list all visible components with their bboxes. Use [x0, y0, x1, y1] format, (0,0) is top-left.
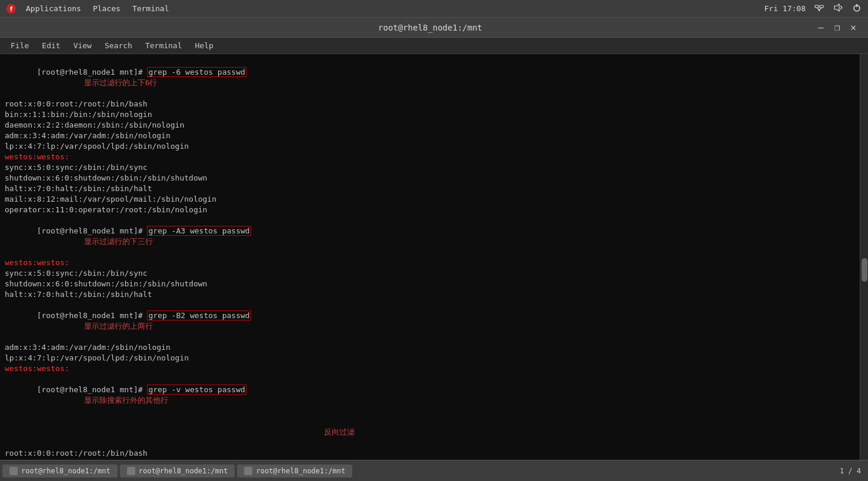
svg-line-9 [840, 8, 842, 9]
line-4: daemon:x:2:2:daemon:/sbin:/sbin/nologin [0, 120, 860, 131]
svg-line-8 [840, 6, 842, 8]
search-menu[interactable]: Search [99, 39, 138, 52]
line-5: adm:x:3:4:adm:/var/adm:/sbin/nologin [0, 131, 860, 141]
system-bar-left: f Applications Places Terminal [6, 3, 174, 14]
line-13: [root@rhel8_node1 mnt]# grep -A3 westos … [0, 215, 860, 258]
terminal-title: root@rhel8_node1:/mnt [45, 23, 816, 32]
svg-marker-7 [834, 4, 839, 11]
close-button[interactable]: ✕ [848, 23, 859, 32]
line-16: shutdown:x:6:0:shutdown:/sbin:/sbin/shut… [0, 279, 860, 289]
tab-2-label: root@rhel8_node1:/mnt [139, 467, 228, 475]
line-14: westos:westos: [0, 258, 860, 268]
tab-1-icon [9, 467, 18, 475]
line-17: halt:x:7:0:halt:/sbin:/sbin/halt [0, 289, 860, 300]
datetime-display: Fri 17:08 [764, 4, 806, 13]
line-19: adm:x:3:4:adm:/var/adm:/sbin/nologin [0, 342, 860, 353]
fedora-logo-icon: f [6, 4, 16, 14]
system-bar-right: Fri 17:08 [764, 2, 862, 15]
window-controls: — ❐ ✕ [816, 23, 859, 32]
tab-1-label: root@rhel8_node1:/mnt [21, 467, 111, 475]
tab-3-label: root@rhel8_node1:/mnt [256, 467, 345, 475]
statusbar: root@rhel8_node1:/mnt root@rhel8_node1:/… [0, 460, 868, 481]
terminal-body: [root@rhel8_node1 mnt]# grep -6 westos p… [0, 54, 868, 460]
svg-point-6 [819, 10, 820, 11]
line-20: lp:x:4:7:lp:/var/spool/lpd:/sbin/nologin [0, 353, 860, 363]
restore-button[interactable]: ❐ [832, 23, 843, 32]
terminal-output[interactable]: [root@rhel8_node1 mnt]# grep -6 westos p… [0, 54, 860, 460]
volume-icon[interactable] [833, 2, 843, 15]
power-icon[interactable] [852, 2, 862, 15]
line-9: shutdown:x:6:0:shutdown:/sbin:/sbin/shut… [0, 173, 860, 183]
menu-bar: File Edit View Search Terminal Help [0, 38, 868, 54]
terminal-menu-item[interactable]: Terminal [139, 39, 188, 52]
line-11: mail:x:8:12:mail:/var/spool/mail:/sbin/n… [0, 194, 860, 205]
tab-1[interactable]: root@rhel8_node1:/mnt [2, 465, 118, 477]
file-menu[interactable]: File [5, 39, 35, 52]
line-3: bin:x:1:1:bin:/bin:/sbin/nologin [0, 109, 860, 120]
line-7: westos:westos: [0, 152, 860, 162]
line-1: [root@rhel8_node1 mnt]# grep -6 westos p… [0, 56, 860, 99]
tab-2[interactable]: root@rhel8_node1:/mnt [120, 465, 235, 477]
minimize-button[interactable]: — [816, 23, 826, 32]
line-2: root:x:0:0:root:/root:/bin/bash [0, 99, 860, 109]
scrollbar[interactable] [860, 54, 868, 460]
line-18: [root@rhel8_node1 mnt]# grep -B2 westos … [0, 300, 860, 342]
svg-rect-2 [815, 5, 819, 8]
line-23: root:x:0:0:root:/root:/bin/bash [0, 448, 860, 459]
applications-menu[interactable]: Applications [21, 3, 86, 14]
terminal-menu[interactable]: Terminal [128, 3, 174, 14]
svg-rect-3 [820, 5, 823, 8]
line-22: [root@rhel8_node1 mnt]# grep -v westos p… [0, 374, 860, 416]
system-bar: f Applications Places Terminal Fri 17:08 [0, 0, 868, 18]
line-6: lp:x:4:7:lp:/var/spool/lpd:/sbin/nologin [0, 141, 860, 152]
terminal-titlebar: root@rhel8_node1:/mnt — ❐ ✕ [0, 18, 868, 38]
terminal-window: root@rhel8_node1:/mnt — ❐ ✕ File Edit Vi… [0, 18, 868, 481]
places-menu[interactable]: Places [88, 3, 125, 14]
scrollbar-thumb[interactable] [862, 258, 867, 282]
tab-3-icon [244, 467, 252, 475]
line-22b: 反向过滤 [0, 416, 860, 448]
tab-2-icon [127, 467, 135, 475]
page-indicator: 1 / 4 [840, 467, 866, 475]
line-8: sync:x:5:0:sync:/sbin:/bin/sync [0, 162, 860, 173]
line-21: westos:westos: [0, 363, 860, 374]
line-12: operator:x:11:0:operator:/root:/sbin/nol… [0, 205, 860, 215]
network-icon[interactable] [814, 2, 824, 15]
line-15: sync:x:5:0:sync:/sbin:/bin/sync [0, 268, 860, 279]
line-10: halt:x:7:0:halt:/sbin:/sbin/halt [0, 183, 860, 194]
svg-text:f: f [9, 6, 13, 12]
view-menu[interactable]: View [68, 39, 98, 52]
help-menu[interactable]: Help [189, 39, 219, 52]
edit-menu[interactable]: Edit [36, 39, 66, 52]
tab-3[interactable]: root@rhel8_node1:/mnt [237, 465, 352, 477]
